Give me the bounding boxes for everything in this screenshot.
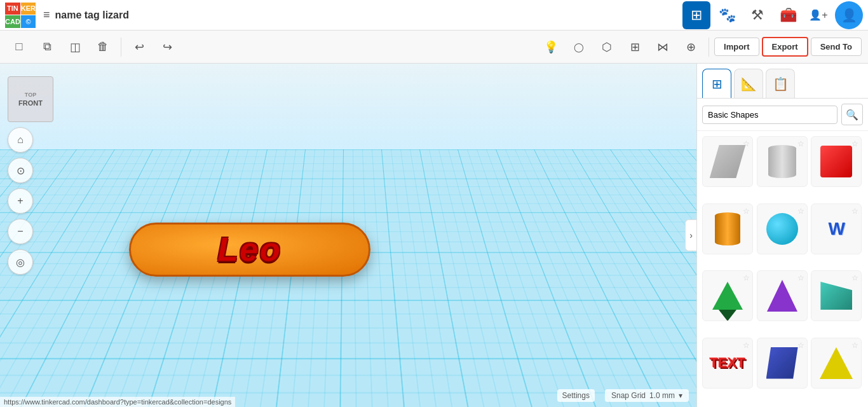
url-text: https://www.tinkercad.com/dashboard?type… — [4, 398, 231, 406]
notes-tab[interactable]: 📋 — [766, 69, 795, 98]
wedge-teal-shape — [820, 282, 852, 310]
light-tool-btn[interactable]: 💡 — [538, 34, 564, 60]
star-icon-11[interactable]: ☆ — [797, 341, 804, 350]
toolbar-sep-1 — [121, 38, 121, 57]
star-icon-10[interactable]: ☆ — [743, 341, 750, 350]
perspective-btn[interactable]: ◎ — [8, 249, 33, 275]
group-tool-btn[interactable]: ⊕ — [678, 34, 703, 60]
sphere-teal-shape — [766, 213, 798, 245]
header-nav: ⊞ 🐾 ⚒ 🧰 👤+ 👤 — [682, 1, 863, 29]
align-tool-btn[interactable]: ⊞ — [622, 34, 648, 60]
box-gray-shape — [710, 145, 746, 178]
shapes-tab[interactable]: ⊞ — [702, 69, 731, 98]
star-icon-12[interactable]: ☆ — [851, 341, 858, 350]
duplicate-btn[interactable]: ◫ — [62, 34, 88, 60]
star-icon-3[interactable]: ☆ — [851, 139, 858, 148]
shape-text3d-red[interactable]: ☆ TEXT — [702, 338, 753, 389]
box-blue-shape — [766, 347, 798, 379]
avatar-btn[interactable]: 👤 — [835, 1, 863, 29]
text3d-red-shape: TEXT — [710, 355, 745, 371]
snap-dropdown-icon[interactable]: ▾ — [679, 391, 682, 400]
shape-wedge-teal[interactable]: ☆ — [811, 270, 862, 321]
collapse-panel-btn[interactable]: › — [685, 219, 696, 251]
url-bar: https://www.tinkercad.com/dashboard?type… — [0, 397, 235, 407]
left-controls: TOP FRONT ⌂ ⊙ + − ◎ — [8, 76, 53, 275]
view-top-label: TOP — [25, 92, 36, 98]
hammer-btn[interactable]: ⚒ — [743, 1, 771, 29]
nametag-base: Leo — [129, 223, 370, 277]
star-icon-7[interactable]: ☆ — [743, 273, 750, 282]
logo-tin: TIN — [5, 3, 20, 15]
star-icon-9[interactable]: ☆ — [851, 273, 858, 282]
snap-grid-control[interactable]: Snap Grid 1.0 mm ▾ — [605, 389, 689, 402]
main-area: TOP FRONT ⌂ ⊙ + − ◎ Leo › Settings Snap … — [0, 64, 868, 407]
snap-grid-label: Snap Grid — [611, 391, 646, 400]
shape-box-blue[interactable]: ☆ — [757, 338, 808, 389]
nametag-text: Leo — [217, 230, 281, 268]
list-icon: ≡ — [43, 8, 50, 22]
toolbar-sep-2 — [709, 38, 709, 57]
project-title: ≡ name tag lizard — [43, 8, 129, 22]
shape-category-dropdown[interactable]: Basic Shapes — [702, 106, 837, 124]
note-tool-btn[interactable]: ◯ — [566, 34, 592, 60]
new-doc-btn[interactable]: □ — [6, 34, 32, 60]
cube-red-shape — [820, 146, 852, 177]
bottom-bar: Settings Snap Grid 1.0 mm ▾ — [557, 389, 689, 402]
home-view-btn[interactable]: ⌂ — [8, 127, 33, 153]
shape-box-gray[interactable]: ☆ — [702, 136, 753, 187]
pyramid-yellow-shape — [821, 347, 851, 380]
logo-dot: © — [21, 15, 36, 28]
toolbar: □ ⧉ ◫ 🗑 ↩ ↪ 💡 ◯ ⬡ ⊞ ⋈ ⊕ Import Export Se… — [0, 31, 868, 64]
ruler-tab[interactable]: 📐 — [734, 69, 763, 98]
undo-btn[interactable]: ↩ — [126, 34, 152, 60]
snap-grid-value: 1.0 mm — [649, 391, 675, 400]
header: TIN KER CAD © ≡ name tag lizard ⊞ 🐾 ⚒ 🧰 … — [0, 0, 868, 31]
grid-view-btn[interactable]: ⊞ — [682, 1, 710, 29]
paw-btn[interactable]: 🐾 — [713, 1, 741, 29]
star-icon-5[interactable]: ☆ — [797, 207, 804, 216]
send-to-btn[interactable]: Send To — [811, 38, 862, 56]
toolbar-right: 💡 ◯ ⬡ ⊞ ⋈ ⊕ Import Export Send To — [538, 34, 862, 60]
shape-gem-green[interactable]: ☆ — [702, 270, 753, 321]
export-btn[interactable]: Export — [762, 37, 808, 57]
shape-text-blue[interactable]: ☆ W — [811, 204, 862, 254]
star-icon-4[interactable]: ☆ — [743, 207, 750, 216]
search-btn[interactable]: 🔍 — [841, 104, 863, 125]
add-user-btn[interactable]: 👤+ — [804, 1, 832, 29]
logo-cad: CAD — [5, 15, 20, 28]
grid-floor — [0, 149, 696, 407]
star-icon-2[interactable]: ☆ — [797, 139, 804, 148]
view-cube[interactable]: TOP FRONT — [8, 76, 53, 122]
settings-label[interactable]: Settings — [557, 389, 595, 402]
shape-cylinder-orange[interactable]: ☆ — [702, 204, 753, 254]
star-icon-6[interactable]: ☆ — [851, 207, 858, 216]
zoom-out-btn[interactable]: − — [8, 219, 33, 244]
import-btn[interactable]: Import — [714, 38, 759, 56]
shape-cube-red[interactable]: ☆ — [811, 136, 862, 187]
shape-cone-purple[interactable]: ☆ — [757, 270, 808, 321]
zoom-in-btn[interactable]: + — [8, 188, 33, 214]
nametag-object[interactable]: Leo — [129, 223, 370, 277]
view-front-label: FRONT — [18, 99, 43, 107]
tinkercad-logo[interactable]: TIN KER CAD © — [5, 3, 34, 28]
shapes-grid: ☆ ☆ ☆ ☆ ☆ ☆ W — [697, 131, 868, 407]
panel-search-row: Basic Shapes 🔍 — [697, 99, 868, 131]
cylinder-orange-shape — [715, 212, 740, 245]
briefcase-btn[interactable]: 🧰 — [774, 1, 802, 29]
fit-view-btn[interactable]: ⊙ — [8, 158, 33, 183]
panel-tabs: ⊞ 📐 📋 — [697, 64, 868, 99]
copy-btn[interactable]: ⧉ — [34, 34, 60, 60]
shape-sphere-teal[interactable]: ☆ — [757, 204, 808, 254]
shape-cylinder-gray[interactable]: ☆ — [757, 136, 808, 187]
star-icon-8[interactable]: ☆ — [797, 273, 804, 282]
gem-green-shape — [712, 279, 743, 312]
delete-btn[interactable]: 🗑 — [90, 34, 116, 60]
mirror-tool-btn[interactable]: ⋈ — [650, 34, 675, 60]
redo-btn[interactable]: ↪ — [154, 34, 180, 60]
project-name[interactable]: name tag lizard — [55, 10, 129, 21]
shape-pyramid-yellow[interactable]: ☆ — [811, 338, 862, 389]
viewport[interactable]: TOP FRONT ⌂ ⊙ + − ◎ Leo › Settings Snap … — [0, 64, 696, 407]
shape-tool-btn[interactable]: ⬡ — [594, 34, 620, 60]
logo-ker: KER — [21, 3, 36, 15]
cone-purple-shape — [767, 279, 797, 312]
